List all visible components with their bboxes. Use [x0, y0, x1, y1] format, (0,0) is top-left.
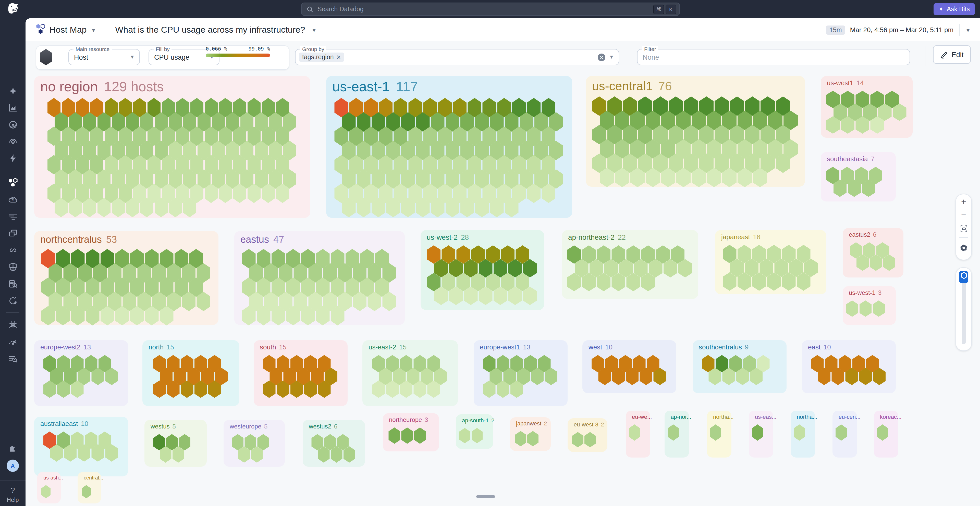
region-cluster-eu-west-3-27[interactable]: eu-west-32 [568, 418, 608, 452]
sidebar-item-performance[interactable] [0, 336, 25, 347]
host-hexagon[interactable] [401, 427, 413, 444]
region-cluster-ap-northeast-2-8[interactable]: ap-northeast-222 [562, 230, 698, 299]
host-hexagon[interactable] [710, 424, 721, 441]
fit-to-screen-button[interactable] [956, 222, 971, 235]
region-cluster-no-region-0[interactable]: no region129 hosts [34, 76, 310, 218]
group-by-tag[interactable]: tags.region ✕ [299, 52, 344, 62]
region-cluster-westus2-23[interactable]: westus26 [303, 420, 365, 467]
region-cluster-japaneast-9[interactable]: japaneast18 [715, 230, 826, 294]
region-cluster-japanwest-26[interactable]: japanwest2 [510, 417, 551, 451]
help-question-icon[interactable]: ? [0, 485, 25, 494]
region-cluster-ap-nor-29[interactable]: ap-nor... [665, 411, 689, 458]
time-range-text[interactable]: Mar 20, 4:56 pm – Mar 20, 5:11 pm [850, 26, 954, 34]
datadog-logo-icon[interactable] [6, 2, 21, 17]
region-cluster-northa-30[interactable]: northa... [707, 411, 732, 458]
sidebar-item-events[interactable] [0, 152, 25, 164]
host-hexagon[interactable] [389, 427, 401, 444]
region-cluster-west-17[interactable]: west10 [582, 340, 676, 393]
sidebar-item-bits-ai[interactable] [0, 85, 25, 97]
region-cluster-europe-west1-16[interactable]: europe-west113 [474, 340, 568, 406]
zoom-out-button[interactable]: − [956, 209, 971, 222]
horizontal-scrollbar[interactable] [476, 495, 495, 498]
host-map-canvas[interactable]: + − no region129 hostsus-east-1117us-cen… [25, 71, 980, 506]
region-cluster-southcentralus-18[interactable]: southcentralus9 [693, 340, 787, 393]
region-cluster-us-west-1-11[interactable]: us-west-13 [843, 286, 896, 325]
map-zoom-slider[interactable] [956, 267, 972, 351]
edit-button[interactable]: Edit [933, 45, 971, 64]
host-hexagon[interactable] [873, 300, 885, 317]
sidebar-item-logs[interactable] [0, 211, 25, 222]
region-cluster-northa-32[interactable]: northa... [791, 411, 815, 458]
app-name[interactable]: Host Map [49, 25, 87, 35]
region-cluster-us-eas-31[interactable]: us-eas... [749, 411, 773, 458]
host-hexagon[interactable] [584, 432, 596, 447]
region-cluster-us-east-2-15[interactable]: us-east-215 [363, 340, 458, 406]
region-cluster-us-central1-2[interactable]: us-central176 [586, 76, 805, 187]
sidebar-item-error-tracking[interactable] [0, 319, 25, 330]
region-cluster-eu-we-28[interactable]: eu-we... [626, 411, 650, 458]
region-cluster-europe-west2-12[interactable]: europe-west213 [34, 340, 128, 406]
filter-field[interactable]: Filter None [637, 49, 910, 65]
region-cluster-ap-south-1-25[interactable]: ap-south-12 [456, 414, 493, 449]
sidebar-item-service-map[interactable] [0, 244, 25, 255]
host-hexagon[interactable] [82, 485, 91, 498]
ask-bits-button[interactable]: ✦ Ask Bits [934, 3, 975, 15]
region-cluster-westeurope-22[interactable]: westeurope5 [224, 420, 285, 467]
region-cluster-us-west1-3[interactable]: us-west114 [821, 76, 913, 138]
region-cluster-southeastasia-4[interactable]: southeastasia7 [821, 152, 896, 201]
help-label[interactable]: Help [0, 497, 25, 503]
region-cluster-east-19[interactable]: east10 [802, 340, 896, 393]
search-input[interactable] [317, 5, 652, 13]
host-hexagon[interactable] [515, 431, 526, 446]
sidebar-item-integrations[interactable] [0, 442, 25, 454]
sidebar-item-log-explorer[interactable] [0, 278, 25, 289]
host-hexagon[interactable] [41, 485, 51, 498]
region-cluster-south-14[interactable]: south15 [254, 340, 348, 406]
sidebar-item-security[interactable] [0, 261, 25, 272]
sidebar-item-audit-trail[interactable] [0, 353, 25, 364]
region-cluster-eastus-6[interactable]: eastus47 [234, 231, 405, 325]
sidebar-item-cloud-cost[interactable]: $ [0, 194, 25, 205]
sidebar-item-watchdog[interactable] [0, 119, 25, 130]
clear-group-by-icon[interactable]: ✕ [598, 54, 605, 61]
region-cluster-northeurope-24[interactable]: northeurope3 [383, 413, 439, 451]
host-hexagon[interactable] [471, 428, 483, 443]
map-settings-gear-icon[interactable] [956, 241, 971, 255]
region-cluster-us-east-1-1[interactable]: us-east-1117 [326, 76, 572, 218]
host-hexagon[interactable] [629, 424, 640, 441]
time-range-badge[interactable]: 15m [826, 25, 845, 35]
region-cluster-westus-21[interactable]: westus5 [145, 420, 207, 467]
zoom-slider-track[interactable] [962, 274, 966, 344]
host-hexagon[interactable] [414, 427, 426, 444]
host-hexagon[interactable] [752, 424, 763, 441]
sidebar-item-infrastructure-active[interactable] [0, 177, 25, 188]
host-hexagon[interactable] [859, 300, 872, 317]
group-by-field[interactable]: Group by tags.region ✕ ✕ ▼ [295, 49, 619, 65]
host-hexagon[interactable] [846, 300, 858, 317]
region-cluster-us-west-2-7[interactable]: us-west-228 [421, 230, 544, 310]
title-caret-icon[interactable]: ▼ [311, 27, 317, 33]
region-cluster-eu-cen-33[interactable]: eu-cen... [832, 411, 857, 458]
sidebar-item-synthetics[interactable] [0, 295, 25, 306]
app-switcher-caret-icon[interactable]: ▼ [91, 27, 97, 33]
host-hexagon[interactable] [668, 424, 679, 441]
sidebar-item-metrics[interactable] [0, 102, 25, 113]
zoom-in-button[interactable]: + [956, 195, 971, 209]
region-cluster-north-13[interactable]: north15 [142, 340, 239, 406]
region-cluster-central-36[interactable]: central... [78, 472, 101, 503]
region-cluster-eastus2-10[interactable]: eastus26 [843, 228, 904, 278]
region-cluster-northcentralus-5[interactable]: northcentralus53 [34, 231, 218, 325]
region-cluster-us-ash-35[interactable]: us-ash... [37, 472, 61, 503]
time-caret-icon[interactable]: ▼ [965, 27, 971, 33]
host-hexagon[interactable] [877, 424, 888, 441]
main-resource-select[interactable]: Main resource Host ▼ [68, 49, 140, 65]
host-hexagon[interactable] [527, 431, 538, 446]
remove-tag-icon[interactable]: ✕ [336, 54, 341, 60]
zoom-slider-handle-hexagon-icon[interactable] [959, 271, 968, 283]
host-hexagon[interactable] [835, 424, 847, 441]
user-avatar[interactable]: A [6, 460, 19, 472]
region-cluster-koreac-34[interactable]: koreac... [874, 411, 898, 458]
host-hexagon[interactable] [572, 432, 584, 447]
sidebar-item-apm[interactable] [0, 227, 25, 239]
sidebar-item-monitors[interactable] [0, 136, 25, 147]
